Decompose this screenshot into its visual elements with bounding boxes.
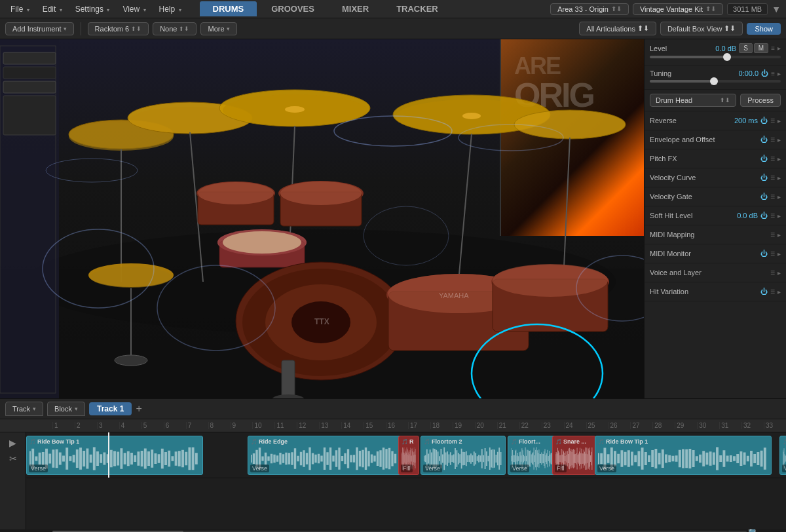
level-menu-icon[interactable]: ≡ — [771, 45, 775, 52]
soft-hit-power-icon[interactable]: ⏻ — [760, 212, 768, 219]
envelope-power-icon[interactable]: ⏻ — [760, 136, 768, 143]
main-area: ARE ORIG — [0, 39, 786, 398]
pitch-fx-item[interactable]: Pitch FX ⏻ ≡ ▸ — [645, 149, 786, 168]
envelope-offset-label: Envelope and Offset — [650, 136, 715, 143]
hit-variation-power-icon[interactable]: ⏻ — [760, 288, 768, 295]
tuning-power-icon[interactable]: ⏻ — [761, 69, 768, 77]
midi-monitor-power-icon[interactable]: ⏻ — [760, 250, 768, 257]
tab-tracker[interactable]: TRACKER — [383, 1, 451, 16]
midi-mapping-item[interactable]: MIDI Mapping ≡ ▸ — [645, 225, 786, 244]
midi-mapping-expand-icon[interactable]: ▸ — [777, 231, 781, 238]
tuning-slider-thumb[interactable] — [710, 77, 718, 85]
track-block-6[interactable]: 🎵Snare ...Fill — [552, 436, 596, 475]
show-button[interactable]: Show — [747, 23, 781, 35]
none-select[interactable]: None ⬆⬇ — [153, 22, 196, 35]
velocity-curve-right: ⏻ ≡ ▸ — [760, 173, 781, 182]
soft-hit-level-item[interactable]: Soft Hit Level 0.0 dB ⏻ ≡ ▸ — [645, 206, 786, 225]
track-lane-1: 🎵Ride Bow Tip 1Verse🎵Ride EdgeVerse🎵RFil… — [26, 432, 786, 478]
racktom-chevron: ⬆⬇ — [131, 26, 141, 32]
voice-layer-item[interactable]: Voice and Layer ≡ ▸ — [645, 263, 786, 282]
s-button[interactable]: S — [739, 43, 753, 53]
add-instrument-button[interactable]: Add Instrument ▾ — [5, 22, 74, 35]
tab-drums[interactable]: DRUMS — [200, 1, 257, 16]
tuning-slider-track[interactable] — [650, 80, 781, 83]
menu-file[interactable]: File ▾ — [5, 3, 35, 15]
velocity-curve-expand-icon[interactable]: ▸ — [777, 174, 781, 181]
select-tool-button[interactable]: ▶ — [9, 438, 16, 448]
process-button[interactable]: Process — [740, 94, 781, 107]
envelope-expand-icon[interactable]: ▸ — [777, 136, 781, 143]
level-slider-track[interactable] — [650, 56, 781, 58]
sm-buttons: S M — [739, 43, 768, 53]
track-block-4[interactable]: 🎵Floortom 2Verse — [421, 436, 506, 475]
ruler-mark-18: 18 — [430, 422, 453, 429]
voice-layer-menu-icon[interactable]: ≡ — [770, 268, 775, 277]
velocity-gate-menu-icon[interactable]: ≡ — [770, 192, 775, 201]
midi-mapping-right: ≡ ▸ — [770, 230, 781, 239]
tuning-menu-icon[interactable]: ≡ — [771, 70, 775, 77]
menu-settings[interactable]: Settings ▾ — [70, 3, 115, 15]
tuning-expand-icon[interactable]: ▸ — [777, 70, 781, 77]
pitch-fx-menu-icon[interactable]: ≡ — [770, 154, 775, 163]
timeline-ruler: 1234567891011121314151617181920212223242… — [0, 419, 786, 432]
menu-help[interactable]: Help ▾ — [154, 3, 187, 15]
reverse-expand-icon[interactable]: ▸ — [777, 117, 781, 124]
view-select[interactable]: Default Box View ⬆⬇ — [660, 22, 743, 35]
track-block-1[interactable]: 🎵Ride Bow Tip 1Verse — [26, 436, 203, 475]
level-expand-icon[interactable]: ▸ — [777, 45, 781, 52]
track-block-2[interactable]: 🎵Ride EdgeVerse — [248, 436, 402, 475]
drumhead-select[interactable]: Drum Head ⬆⬇ — [650, 94, 736, 107]
midi-mapping-label: MIDI Mapping — [650, 231, 694, 238]
ruler-mark-1: 1 — [52, 422, 75, 429]
more-button[interactable]: More ▾ — [200, 22, 236, 35]
soft-hit-menu-icon[interactable]: ≡ — [770, 211, 775, 220]
svg-rect-7 — [3, 96, 56, 135]
track-block-7[interactable]: 🎵Ride Bow Tip 1Verse — [595, 436, 772, 475]
soft-hit-expand-icon[interactable]: ▸ — [777, 212, 781, 219]
velocity-gate-item[interactable]: Velocity Gate ⏻ ≡ ▸ — [645, 187, 786, 206]
reverse-item[interactable]: Reverse 200 ms ⏻ ≡ ▸ — [645, 111, 786, 130]
midi-monitor-item[interactable]: MIDI Monitor ⏻ ≡ ▸ — [645, 244, 786, 263]
midi-monitor-menu-icon[interactable]: ≡ — [770, 249, 775, 258]
hit-variation-expand-icon[interactable]: ▸ — [777, 288, 781, 295]
scroll-bar[interactable]: 🔍 — [0, 529, 786, 532]
scissors-tool-button[interactable]: ✂ — [9, 453, 17, 464]
midi-monitor-expand-icon[interactable]: ▸ — [777, 250, 781, 257]
articulation-select[interactable]: All Articulations ⬆⬇ — [579, 22, 656, 35]
track-block-8[interactable]: 🎵RicVerse — [779, 436, 786, 475]
add-track-button[interactable]: + — [136, 403, 141, 415]
location-pill[interactable]: Area 33 - Origin ⬆⬇ — [550, 3, 629, 15]
block-title-4: 🎵Floortom 2 — [424, 438, 502, 445]
velocity-curve-item[interactable]: Velocity Curve ⏻ ≡ ▸ — [645, 168, 786, 187]
track-tab-arrow: ▾ — [33, 406, 36, 412]
menu-view[interactable]: View ▾ — [117, 3, 151, 15]
velocity-curve-power-icon[interactable]: ⏻ — [760, 174, 768, 181]
reverse-menu-icon[interactable]: ≡ — [770, 116, 775, 125]
reverse-power-icon[interactable]: ⏻ — [760, 117, 768, 124]
track-block-5[interactable]: 🎵Floort...Verse — [508, 436, 557, 475]
kit-pill[interactable]: Vintage Vantage Kit ⬆⬇ — [633, 3, 723, 15]
envelope-menu-icon[interactable]: ≡ — [770, 135, 775, 144]
menu-edit[interactable]: Edit ▾ — [37, 3, 67, 15]
hit-variation-item[interactable]: Hit Variation ⏻ ≡ ▸ — [645, 282, 786, 301]
velocity-gate-power-icon[interactable]: ⏻ — [760, 193, 768, 200]
track-tab[interactable]: Track ▾ — [5, 402, 43, 416]
level-slider-thumb[interactable] — [723, 53, 731, 61]
pitch-fx-power-icon[interactable]: ⏻ — [760, 155, 768, 162]
hit-variation-menu-icon[interactable]: ≡ — [770, 287, 775, 296]
track-block-3[interactable]: 🎵RFill — [398, 436, 419, 475]
velocity-curve-menu-icon[interactable]: ≡ — [770, 173, 775, 182]
block-tab[interactable]: Block ▾ — [47, 402, 85, 416]
envelope-offset-item[interactable]: Envelope and Offset ⏻ ≡ ▸ — [645, 130, 786, 149]
tab-mixer[interactable]: MIXER — [329, 1, 382, 16]
drumhead-chevron: ⬆⬇ — [720, 97, 730, 104]
voice-layer-expand-icon[interactable]: ▸ — [777, 269, 781, 276]
pitch-fx-expand-icon[interactable]: ▸ — [777, 155, 781, 162]
ruler-mark-9: 9 — [231, 422, 253, 429]
midi-mapping-menu-icon[interactable]: ≡ — [770, 230, 775, 239]
velocity-gate-expand-icon[interactable]: ▸ — [777, 193, 781, 200]
m-button[interactable]: M — [754, 43, 768, 53]
tab-grooves[interactable]: GROOVES — [258, 1, 328, 16]
racktom-select[interactable]: Racktom 6 ⬆⬇ — [88, 22, 149, 35]
expand-btn[interactable]: ▼ — [772, 4, 781, 14]
